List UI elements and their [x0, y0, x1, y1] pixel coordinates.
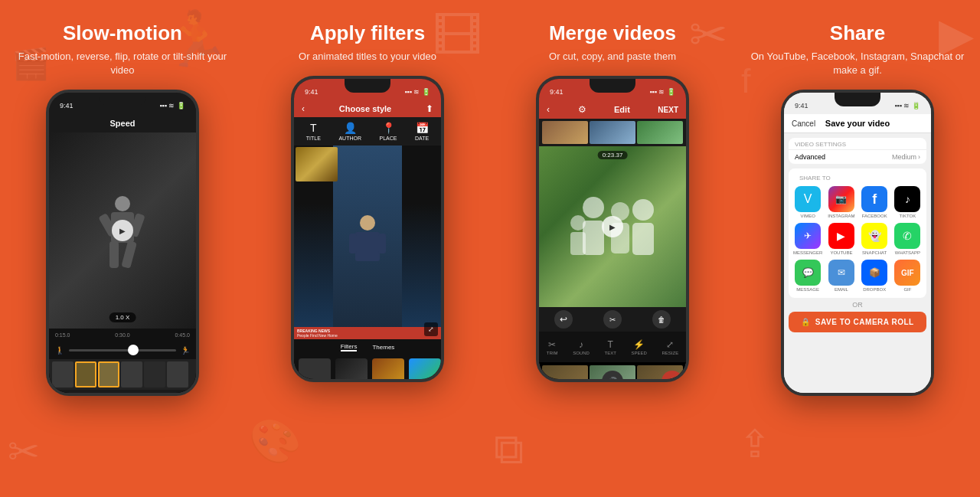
themes-tab[interactable]: Themes — [372, 344, 394, 351]
panel2-title: Apply filters — [310, 21, 425, 45]
slider-thumb[interactable] — [128, 345, 139, 355]
tab-place[interactable]: 📍 PLACE — [380, 122, 397, 141]
panel4-desc: On YouTube, Facebook, Instagram, Snapcha… — [743, 50, 972, 77]
save-camera-roll-btn[interactable]: 🔒 SAVE TO CAMERA ROLL — [789, 312, 926, 332]
filter-news[interactable]: NEWS — [335, 358, 368, 382]
tm-2: 0:45.0 — [175, 332, 190, 338]
phone1-bottom-controls: ✕ ⊡ ⊞ ✓ — [49, 390, 196, 396]
panel-merge-videos: ✂ ⧉ Merge videos Or cut, copy, and paste… — [490, 0, 735, 497]
svg-rect-7 — [355, 232, 380, 261]
phone3-signal: ▪▪▪ ≋ 🔋 — [649, 88, 675, 96]
phone1-video: ▶ 1.0 X — [49, 132, 196, 329]
filter-vacay[interactable]: VACAY — [409, 358, 441, 382]
place-icon: 📍 — [382, 122, 395, 134]
tabs-row: T TITLE 👤 AUTHOR 📍 PLACE 📅 DATE — [294, 117, 441, 146]
trim-icon: ✂ — [548, 339, 556, 350]
discard-btn[interactable]: ✕ — [63, 393, 81, 396]
vs-frame-3 — [637, 121, 683, 144]
resize-label: RESIZE — [662, 351, 678, 355]
tab-title[interactable]: T TITLE — [306, 122, 321, 141]
share-gif[interactable]: GIF GIF — [893, 260, 922, 292]
vimeo-icon: V — [795, 186, 821, 212]
share-tiktok[interactable]: ♪ TIKTOK — [893, 186, 922, 218]
tool-resize[interactable]: ⤢ RESIZE — [662, 339, 678, 355]
svg-rect-11 — [583, 221, 604, 255]
tab-date[interactable]: 📅 DATE — [415, 122, 429, 141]
share-dropbox[interactable]: 📦 DROPBOX — [861, 260, 889, 292]
split-btn[interactable]: ⊞ — [130, 393, 149, 396]
phone3-header: ‹ ⚙ Edit NEXT — [539, 100, 686, 119]
messenger-label: MESSENGER — [793, 250, 822, 255]
speed-indicator: 1.0 X — [109, 312, 136, 322]
filmstrip-frame-3[interactable] — [98, 361, 119, 387]
panel-apply-filters: 🎞 🎨 Apply filters Or animated titles to … — [245, 0, 490, 497]
phone3-video: 0:23.37 ▶ — [539, 146, 686, 307]
phone3-content: ‹ ⚙ Edit NEXT — [539, 100, 686, 382]
walk-icon: 🚶 — [55, 346, 64, 355]
cancel-btn[interactable]: Cancel — [792, 119, 815, 128]
phone1-status: 9:41 ▪▪▪ ≋ 🔋 — [49, 93, 196, 114]
phone4-signal: ▪▪▪ ≋ 🔋 — [894, 102, 920, 110]
edit-controls-3: ↩ ✂ 🗑 — [539, 307, 686, 332]
slider-track[interactable] — [69, 349, 176, 351]
chevron-right-icon: › — [918, 153, 920, 161]
confirm-btn[interactable]: ✓ — [164, 393, 182, 396]
timeline-bar: 0:15.0 0:30.0 0:45.0 — [49, 329, 196, 341]
share-whatsapp[interactable]: ✆ WHATSAPP — [893, 223, 922, 255]
share-youtube[interactable]: ▶ YOUTUBE — [827, 223, 855, 255]
filmstrip — [49, 359, 196, 390]
panel-share: ▶ ⇪ f Share On YouTube, Facebook, Instag… — [735, 0, 980, 497]
tab-place-label: PLACE — [380, 136, 397, 141]
author-icon: 👤 — [344, 122, 357, 134]
share-messenger[interactable]: ✈ MESSENGER — [793, 223, 822, 255]
filters-tab[interactable]: Filters — [341, 343, 358, 351]
phone3-time: 9:41 — [550, 88, 564, 96]
svg-rect-15 — [632, 223, 654, 255]
phone2-title: Choose style — [339, 104, 391, 113]
tool-text[interactable]: T TEXT — [604, 339, 616, 355]
advanced-settings-row[interactable]: Advanced Medium › — [789, 149, 926, 164]
tiktok-icon: ♪ — [894, 186, 920, 212]
delete-btn[interactable]: 🗑 — [652, 310, 671, 329]
filter-none[interactable]: NONE — [299, 358, 331, 382]
video-strip-3 — [539, 119, 686, 146]
back-icon[interactable]: ‹ — [302, 103, 305, 114]
filmstrip-frame-2[interactable] — [75, 361, 96, 387]
filmstrip-frame-1 — [52, 361, 74, 387]
share-instagram[interactable]: 📷 INSTAGRAM — [827, 186, 855, 218]
share-to-section: SHARE TO V VIMEO 📷 INSTAGRAM f FACEBOOK — [789, 168, 926, 298]
instagram-label: INSTAGRAM — [828, 214, 854, 218]
phone3-play-btn[interactable]: ▶ — [602, 216, 623, 237]
fullscreen-btn[interactable]: ⤢ — [424, 322, 438, 336]
cut-btn[interactable]: ✂ — [603, 310, 622, 329]
filmstrip-frame-5 — [144, 361, 165, 387]
share-icon[interactable]: ⬆ — [426, 103, 433, 114]
filter-classic[interactable]: CLASSIC — [372, 358, 404, 382]
share-facebook[interactable]: f FACEBOOK — [861, 186, 889, 218]
phone3-next[interactable]: NEXT — [658, 106, 678, 114]
phone2-status: 9:41 ▪▪▪ ≋ 🔋 — [294, 79, 441, 100]
tab-author-label: AUTHOR — [338, 136, 361, 141]
phone2: 9:41 ▪▪▪ ≋ 🔋 ‹ Choose style ⬆ T TITLE 👤 … — [291, 76, 444, 382]
deco-merge-icon: ⧉ — [494, 424, 524, 474]
trim-btn[interactable]: ⊡ — [96, 393, 115, 396]
tool-trim[interactable]: ✂ TRIM — [547, 339, 558, 355]
resize-icon: ⤢ — [666, 339, 674, 350]
timeline-markers: 0:15.0 0:30.0 0:45.0 — [55, 332, 190, 338]
tool-sound[interactable]: ♪ SOUND — [573, 339, 590, 355]
share-email[interactable]: ✉ EMAIL — [827, 260, 855, 292]
settings-icon-3[interactable]: ⚙ — [578, 104, 586, 115]
vs-frame-1 — [542, 121, 588, 144]
share-message[interactable]: 💬 MESSAGE — [793, 260, 822, 292]
tab-author[interactable]: 👤 AUTHOR — [338, 122, 361, 141]
back-icon-3[interactable]: ‹ — [547, 104, 550, 115]
undo-btn[interactable]: ↩ — [554, 310, 573, 329]
phone2-header: ‹ Choose style ⬆ — [294, 100, 441, 117]
phone2-signal: ▪▪▪ ≋ 🔋 — [404, 88, 430, 96]
deco-palette-icon: 🎨 — [249, 417, 302, 466]
share-snapchat[interactable]: 👻 SNAPCHAT — [861, 223, 889, 255]
share-vimeo[interactable]: V VIMEO — [793, 186, 822, 218]
snapchat-label: SNAPCHAT — [862, 250, 887, 255]
vimeo-label: VIMEO — [801, 214, 815, 218]
tool-speed[interactable]: ⚡ SPEED — [631, 339, 646, 355]
